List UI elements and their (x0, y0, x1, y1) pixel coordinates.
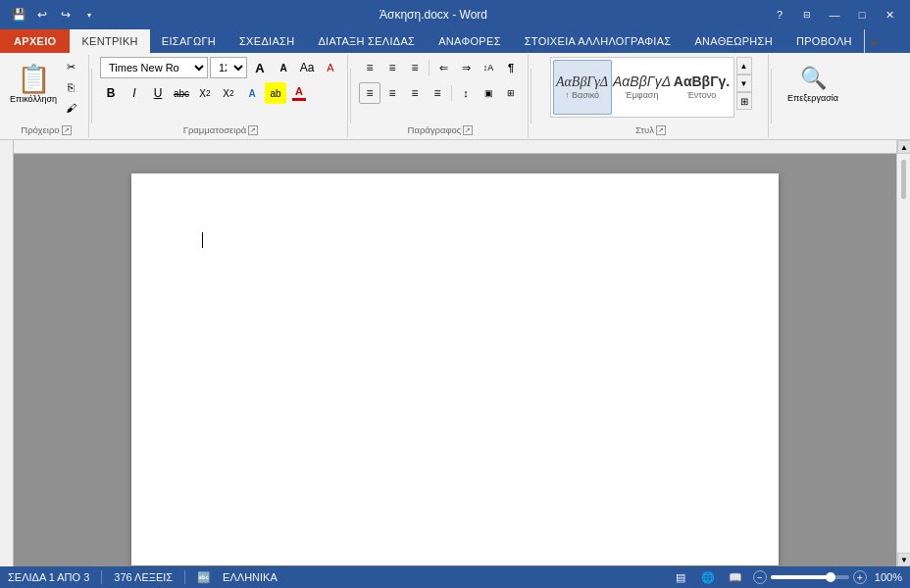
document-page[interactable] (131, 173, 779, 565)
font-expand-icon[interactable]: ↗ (248, 125, 258, 135)
view-print-btn[interactable]: ▤ (671, 569, 690, 585)
language: ΕΛΛΗΝΙΚΑ (223, 571, 278, 583)
tab-insert[interactable]: ΕΙΣΑΓΩΓΗ (150, 29, 228, 53)
numbering-button[interactable]: ≡ (381, 57, 403, 78)
shrink-font-button[interactable]: A (273, 57, 294, 78)
strikethrough-button[interactable]: abc (171, 82, 192, 104)
italic-button[interactable]: I (124, 82, 145, 104)
tab-home[interactable]: ΚΕΝΤΡΙΚΗ (70, 29, 149, 53)
bullets-button[interactable]: ≡ (359, 57, 380, 78)
view-read-btn[interactable]: 📖 (726, 569, 745, 585)
editing-group-content: 🔍 Επεξεργασία (782, 57, 844, 133)
save-quick-btn[interactable]: 💾 (8, 4, 29, 25)
subscript-button[interactable]: X2 (194, 82, 216, 104)
change-case-button[interactable]: Aa (296, 57, 318, 78)
ribbon-more-btn[interactable]: ▶ (864, 29, 885, 53)
divider-1 (91, 69, 92, 123)
customize-quick-btn[interactable]: ▾ (78, 4, 100, 25)
font-label: Γραμματοσειρά ↗ (183, 124, 259, 135)
text-effects-button[interactable]: A (241, 82, 263, 104)
borders-button[interactable]: ⊞ (500, 82, 522, 104)
font-color-button[interactable]: A (288, 82, 310, 104)
para-divider2 (451, 85, 452, 101)
bold-button[interactable]: B (100, 82, 122, 104)
page-info: ΣΕΛΙΔΑ 1 ΑΠΟ 3 (8, 571, 89, 583)
zoom-in-btn[interactable]: + (853, 570, 867, 584)
font-name-select[interactable]: Times New Ro (100, 57, 208, 78)
multilevel-button[interactable]: ≡ (404, 57, 426, 78)
paragraph-expand-icon[interactable]: ↗ (463, 125, 473, 135)
line-spacing-button[interactable]: ↕ (455, 82, 477, 104)
tab-review[interactable]: ΑΝΑΘΕΩΡΗΣΗ (682, 29, 784, 53)
zoom-track[interactable] (771, 575, 849, 579)
sort-button[interactable]: ↕A (478, 57, 499, 78)
style-normal-preview: ΑαΒβΓγΔ (556, 74, 608, 89)
clear-format-button[interactable]: A (320, 57, 341, 78)
close-btn[interactable]: ✕ (877, 5, 902, 24)
maximize-btn[interactable]: □ (849, 5, 875, 24)
paste-label: Επικόλληση (10, 94, 57, 104)
redo-quick-btn[interactable]: ↪ (55, 4, 76, 25)
align-right-button[interactable]: ≡ (404, 82, 426, 104)
style-strong-label: Έντονο (687, 90, 717, 100)
styles-more-btn[interactable]: ⊞ (736, 92, 752, 110)
style-normal-label: ↑ Βασικό (565, 90, 599, 100)
highlight-button[interactable]: ab (265, 82, 286, 104)
increase-indent-button[interactable]: ⇒ (455, 57, 477, 78)
grow-font-button[interactable]: A (249, 57, 271, 78)
scroll-up-btn[interactable]: ▲ (897, 140, 910, 154)
shading-button[interactable]: ▣ (478, 82, 499, 104)
tab-layout[interactable]: ΔΙΑΤΑΞΗ ΣΕΛΙΔΑΣ (306, 29, 427, 53)
vertical-scrollbar: ▲ ▼ (896, 140, 910, 566)
zoom-control: − + 100% (753, 570, 902, 584)
zoom-thumb[interactable] (826, 572, 835, 582)
font-group-content: Times New Ro 12 A A Aa A B I U abc X2 (100, 57, 341, 122)
view-web-btn[interactable]: 🌐 (698, 569, 718, 585)
align-center-button[interactable]: ≡ (381, 82, 403, 104)
decrease-indent-button[interactable]: ⇐ (432, 57, 454, 78)
doc-scroll-area[interactable] (14, 154, 896, 566)
align-left-button[interactable]: ≡ (359, 82, 380, 104)
scroll-down-btn[interactable]: ▼ (897, 553, 910, 566)
document-content (14, 140, 896, 566)
zoom-out-btn[interactable]: − (753, 570, 767, 584)
style-strong[interactable]: ΑαΒβΓγ. Έντονο (673, 60, 732, 115)
ribbon-toggle-btn[interactable]: ⊟ (794, 5, 820, 24)
status-left: ΣΕΛΙΔΑ 1 ΑΠΟ 3 376 ΛΕΞΕΙΣ 🔤 ΕΛΛΗΝΙΚΑ (8, 570, 278, 584)
divider-4 (771, 69, 772, 123)
tab-references[interactable]: ΑΝΑΦΟΡΕΣ (427, 29, 513, 53)
clipboard-expand-icon[interactable]: ↗ (62, 125, 72, 135)
help-btn[interactable]: ? (767, 5, 792, 24)
justify-button[interactable]: ≡ (427, 82, 448, 104)
title-bar: 💾 ↩ ↪ ▾ Άσκηση.docx - Word ? ⊟ — □ ✕ (0, 0, 910, 29)
format-painter-button[interactable]: 🖌 (59, 98, 82, 118)
show-marks-button[interactable]: ¶ (500, 57, 522, 78)
vertical-ruler (0, 140, 14, 566)
tab-file[interactable]: ΑΡΧΕΙΟ (0, 29, 70, 53)
tab-design[interactable]: ΣΧΕΔΙΑΣΗ (228, 29, 306, 53)
cut-button[interactable]: ✂ (59, 57, 82, 76)
styles-scroll-buttons: ▲ ▼ ⊞ (736, 57, 752, 110)
editing-button[interactable]: 🔍 Επεξεργασία (782, 57, 844, 112)
scroll-thumb[interactable] (901, 160, 906, 199)
paste-button[interactable]: 📋 Επικόλληση (10, 57, 57, 112)
styles-scroll-down[interactable]: ▼ (736, 74, 752, 92)
minimize-btn[interactable]: — (822, 5, 847, 24)
clipboard-label: Πρόχειρο ↗ (21, 124, 71, 135)
styles-label: Στυλ ↗ (635, 124, 666, 135)
language-icon: 🔤 (197, 571, 211, 584)
tab-mailings[interactable]: ΣΤΟΙΧΕΙΑ ΑΛΛΗΛΟΓΡΑΦΙΑΣ (513, 29, 683, 53)
clipboard-group-content: 📋 Επικόλληση ✂ ⎘ 🖌 (10, 57, 82, 122)
word-count: 376 ΛΕΞΕΙΣ (114, 571, 173, 583)
undo-quick-btn[interactable]: ↩ (31, 4, 53, 25)
styles-scroll-up[interactable]: ▲ (736, 57, 752, 74)
style-normal[interactable]: ΑαΒβΓγΔ ↑ Βασικό (553, 60, 612, 115)
ribbon: ΑΡΧΕΙΟ ΚΕΝΤΡΙΚΗ ΕΙΣΑΓΩΓΗ ΣΧΕΔΙΑΣΗ ΔΙΑΤΑΞ… (0, 29, 910, 140)
styles-expand-icon[interactable]: ↗ (656, 125, 666, 135)
tab-view[interactable]: ΠΡΟΒΟΛΗ (784, 29, 864, 53)
underline-button[interactable]: U (147, 82, 169, 104)
font-size-select[interactable]: 12 (210, 57, 247, 78)
copy-button[interactable]: ⎘ (59, 77, 82, 97)
superscript-button[interactable]: X2 (218, 82, 239, 104)
style-emphasis[interactable]: ΑαΒβΓγΔ Έμφαση (613, 60, 672, 115)
